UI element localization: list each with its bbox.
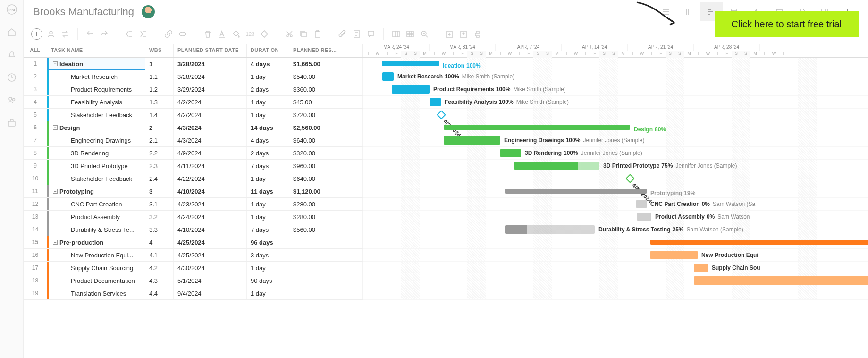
link-icon[interactable] xyxy=(163,28,174,40)
undo-icon[interactable] xyxy=(84,28,96,40)
zoom-icon[interactable] xyxy=(419,28,430,40)
grid-body[interactable]: 1−Ideation13/28/20244 days$1,665.002Mark… xyxy=(24,58,363,358)
task-row[interactable]: 3Product Requirements1.23/29/20242 days$… xyxy=(24,83,363,96)
task-row[interactable]: 7Engineering Drawings2.14/3/20244 days$6… xyxy=(24,134,363,147)
paste-icon[interactable] xyxy=(312,28,323,40)
task-row[interactable]: 83D Rendering2.24/9/20242 days$320.00 xyxy=(24,147,363,160)
export-icon[interactable] xyxy=(458,28,469,40)
task-row[interactable]: 6−Design24/3/202414 days$2,560.00 xyxy=(24,121,363,134)
task-row[interactable]: 1−Ideation13/28/20244 days$1,665.00 xyxy=(24,58,363,70)
copy-icon[interactable] xyxy=(298,28,309,40)
gantt-row[interactable]: Prototyping19% xyxy=(363,185,868,198)
people-icon[interactable] xyxy=(6,94,17,106)
col-header-duration[interactable]: DURATION xyxy=(247,44,289,57)
gantt-row[interactable]: Feasibility Analysis100%Mike Smith (Samp… xyxy=(363,96,868,109)
pm-logo-icon[interactable]: PM xyxy=(6,4,17,15)
task-row[interactable]: 11−Prototyping34/10/202411 days$1,120.00 xyxy=(24,185,363,198)
task-row[interactable]: 5Stakeholder Feedback1.44/2/20241 day$72… xyxy=(24,109,363,121)
gantt-bar[interactable]: Design80% xyxy=(444,125,630,130)
user-avatar[interactable] xyxy=(142,5,155,18)
gantt-row[interactable]: 4/2/2024 xyxy=(363,109,868,121)
gantt-row[interactable]: Supply Chain Sou xyxy=(363,262,868,274)
gantt-bar[interactable]: Ideation100% xyxy=(382,61,439,66)
number-format-icon[interactable]: 123 xyxy=(244,28,256,40)
task-row[interactable]: 18Product Documentation4.35/1/202490 day… xyxy=(24,274,363,287)
outdent-icon[interactable] xyxy=(124,28,135,40)
home-icon[interactable] xyxy=(6,26,17,38)
gantt-bar[interactable]: CNC Part Creation0%Sam Watson (Sa xyxy=(636,200,647,208)
assign-icon[interactable] xyxy=(45,28,57,40)
gantt-bar[interactable]: Product Assembly0%Sam Watson xyxy=(637,213,651,221)
gantt-row[interactable]: 3D Printed Prototype75%Jennifer Jones (S… xyxy=(363,160,868,172)
grid-icon[interactable] xyxy=(405,28,416,40)
gantt-row[interactable]: Durability & Stress Testing25%Sam Watson… xyxy=(363,223,868,236)
gantt-bar[interactable]: Feasibility Analysis100%Mike Smith (Samp… xyxy=(430,98,441,106)
col-header-resource[interactable]: PLANNED RES... xyxy=(289,44,363,57)
gantt-row[interactable] xyxy=(363,236,868,249)
task-row[interactable]: 14Durability & Stress Te...3.34/10/20247… xyxy=(24,223,363,236)
gantt-bar[interactable]: 3D Printed Prototype75%Jennifer Jones (S… xyxy=(514,162,599,170)
task-row[interactable]: 13Product Assembly3.24/24/20241 day$280.… xyxy=(24,211,363,223)
task-row[interactable]: 19Translation Services4.49/4/20241 day xyxy=(24,287,363,300)
gantt-row[interactable]: Product Requirements100%Mike Smith (Samp… xyxy=(363,83,868,96)
text-color-icon[interactable] xyxy=(216,28,228,40)
gantt-chart[interactable]: MAR, 24 '24MAR, 31 '24APR, 7 '24APR, 14 … xyxy=(363,44,868,358)
shape-icon[interactable] xyxy=(259,28,270,40)
gantt-bar[interactable]: Product Requirements100%Mike Smith (Samp… xyxy=(392,85,430,94)
gantt-bar[interactable]: Supply Chain Sou xyxy=(694,264,708,272)
attachment-icon[interactable] xyxy=(337,28,348,40)
gantt-bar[interactable] xyxy=(694,276,868,285)
gantt-bar[interactable]: New Production Equi xyxy=(650,251,698,259)
gantt-bar[interactable]: Durability & Stress Testing25%Sam Watson… xyxy=(505,225,595,234)
collapse-icon[interactable]: − xyxy=(53,61,58,66)
gantt-row[interactable]: 4/22/2024 xyxy=(363,172,868,185)
gantt-bar[interactable]: 4/2/2024 xyxy=(437,110,446,119)
notes-icon[interactable] xyxy=(351,28,362,40)
columns-icon[interactable] xyxy=(390,28,402,40)
col-header-start[interactable]: PLANNED START DATE xyxy=(174,44,247,57)
task-row[interactable]: 10Stakeholder Feedback2.44/22/20241 day$… xyxy=(24,172,363,185)
collapse-icon[interactable]: − xyxy=(53,125,58,130)
import-icon[interactable] xyxy=(444,28,455,40)
print-icon[interactable] xyxy=(472,28,483,40)
cut-icon[interactable] xyxy=(284,28,295,40)
task-row[interactable]: 4Feasibility Analysis1.34/2/20241 day$45… xyxy=(24,96,363,109)
redo-icon[interactable] xyxy=(99,28,110,40)
gantt-bar[interactable]: 4/22/2024 xyxy=(625,174,635,183)
task-row[interactable]: 2Market Research1.13/28/20241 day$540.00 xyxy=(24,70,363,83)
gantt-row[interactable]: Design80% xyxy=(363,121,868,134)
collapse-icon[interactable]: − xyxy=(53,240,58,245)
task-row[interactable]: 15−Pre-production44/25/202496 days xyxy=(24,236,363,249)
gantt-row[interactable] xyxy=(363,274,868,287)
cta-free-trial-button[interactable]: Click here to start free trial xyxy=(715,11,859,37)
gantt-row[interactable] xyxy=(363,287,868,300)
indent-icon[interactable] xyxy=(138,28,149,40)
comment-icon[interactable] xyxy=(365,28,377,40)
bell-icon[interactable] xyxy=(6,49,17,60)
collapse-icon[interactable]: − xyxy=(53,189,58,194)
gantt-bar[interactable]: Market Research100%Mike Smith (Sample) xyxy=(382,72,394,81)
gantt-bar[interactable]: Engineering Drawings100%Jennifer Jones (… xyxy=(444,136,500,145)
col-header-name[interactable]: TASK NAME xyxy=(47,44,145,57)
task-row[interactable]: 93D Printed Prototype2.34/11/20247 days$… xyxy=(24,160,363,172)
delete-icon[interactable] xyxy=(202,28,213,40)
clock-icon[interactable] xyxy=(6,72,17,83)
task-row[interactable]: 12CNC Part Creation3.14/23/20241 day$280… xyxy=(24,198,363,211)
briefcase-icon[interactable] xyxy=(6,117,17,128)
gantt-row[interactable]: CNC Part Creation0%Sam Watson (Sa xyxy=(363,198,868,211)
gantt-row[interactable]: Product Assembly0%Sam Watson xyxy=(363,211,868,223)
task-row[interactable]: 17Supply Chain Sourcing4.24/30/20241 day xyxy=(24,262,363,274)
gantt-bar[interactable]: 3D Rendering100%Jennifer Jones (Sample) xyxy=(500,149,521,157)
add-task-icon[interactable] xyxy=(31,28,42,40)
gantt-row[interactable]: New Production Equi xyxy=(363,249,868,262)
col-header-num[interactable]: ALL xyxy=(24,44,47,57)
swap-icon[interactable] xyxy=(59,28,71,40)
col-header-wbs[interactable]: WBS xyxy=(145,44,174,57)
gantt-bar[interactable] xyxy=(650,240,868,245)
gantt-bar[interactable]: Prototyping19% xyxy=(505,189,647,194)
fill-color-icon[interactable] xyxy=(230,28,242,40)
gantt-row[interactable]: 3D Rendering100%Jennifer Jones (Sample) xyxy=(363,147,868,160)
gantt-row[interactable]: Engineering Drawings100%Jennifer Jones (… xyxy=(363,134,868,147)
gantt-row[interactable]: Ideation100% xyxy=(363,58,868,70)
unlink-icon[interactable] xyxy=(177,28,188,40)
